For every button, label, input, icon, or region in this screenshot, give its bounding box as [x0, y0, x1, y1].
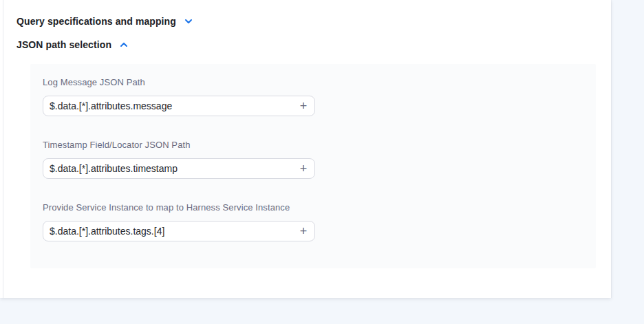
- json-path-panel: Log Message JSON Path + Timestamp Field/…: [30, 64, 596, 268]
- field-group-timestamp: Timestamp Field/Locator JSON Path +: [43, 140, 596, 179]
- left-divider: [3, 0, 3, 298]
- chevron-down-icon[interactable]: [184, 17, 193, 26]
- timestamp-json-path-input[interactable]: [43, 158, 315, 179]
- add-json-path-button[interactable]: +: [294, 222, 312, 240]
- add-json-path-button[interactable]: +: [294, 97, 312, 115]
- section-title: Query specifications and mapping: [17, 16, 176, 27]
- field-label: Provide Service Instance to map to Harne…: [43, 202, 596, 213]
- add-json-path-button[interactable]: +: [294, 160, 312, 177]
- section-header-query-specifications[interactable]: Query specifications and mapping: [17, 17, 611, 26]
- field-label: Log Message JSON Path: [43, 77, 596, 87]
- section-title: JSON path selection: [17, 39, 111, 50]
- log-message-json-path-input[interactable]: [43, 96, 315, 116]
- page: Query specifications and mapping JSON pa…: [0, 0, 644, 324]
- settings-card: Query specifications and mapping JSON pa…: [0, 0, 611, 298]
- input-wrap: +: [43, 158, 315, 179]
- chevron-up-icon[interactable]: [119, 40, 129, 50]
- section-header-json-path-selection[interactable]: JSON path selection: [17, 40, 611, 50]
- card-content: Query specifications and mapping JSON pa…: [0, 0, 611, 268]
- field-group-log-message: Log Message JSON Path +: [43, 77, 596, 116]
- field-group-service-instance: Provide Service Instance to map to Harne…: [43, 202, 596, 241]
- field-label: Timestamp Field/Locator JSON Path: [43, 140, 596, 150]
- input-wrap: +: [43, 221, 315, 241]
- input-wrap: +: [43, 96, 315, 116]
- service-instance-json-path-input[interactable]: [43, 221, 315, 241]
